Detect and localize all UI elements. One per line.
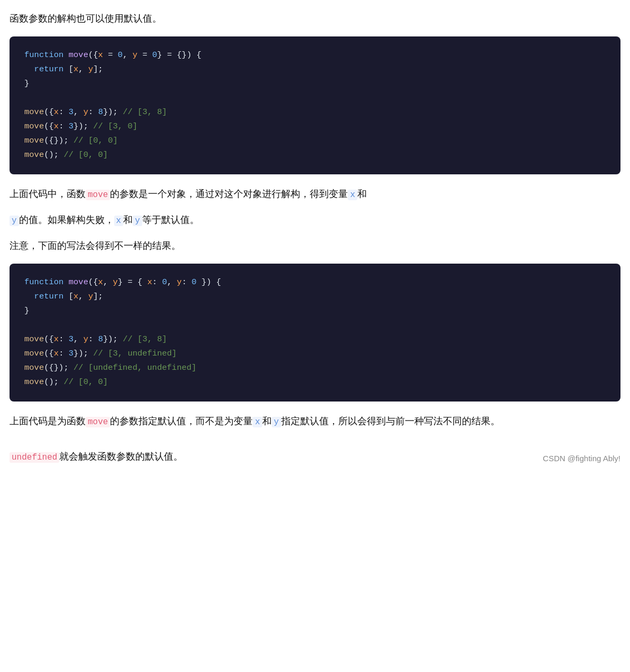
code-block-2: function move({x, y} = { x: 0, y: 0 }) {… [10,264,620,402]
exp1-part3: 和 [357,189,367,199]
exp2-part2: 的参数指定默认值，而不是为变量 [110,416,253,426]
explanation-1: 上面代码中，函数move的参数是一个对象，通过对这个对象进行解构，得到变量x和 [10,186,620,202]
code-block-1-content: function move({x = 0, y = 0} = {}) { ret… [24,48,606,163]
exp1-part1: 上面代码中，函数 [10,189,86,199]
exp1-part4: 的值。如果解构失败， [19,214,114,225]
exp2-y: y [272,417,281,427]
notice-text: 注意，下面的写法会得到不一样的结果。 [10,238,620,254]
explanation-1b: y的值。如果解构失败，x和y等于默认值。 [10,212,620,228]
footer-line: undefined就会触发函数参数的默认值。 CSDN @fighting Ab… [10,439,620,465]
exp1-y: y [10,216,19,226]
exp1-part2: 的参数是一个对象，通过对这个对象进行解构，得到变量 [110,189,348,199]
exp1-part6: 等于默认值。 [142,214,199,225]
exp2-part3: 和 [262,416,272,426]
exp2-part4: 指定默认值，所以会得到与前一种写法不同的结果。 [281,416,500,426]
exp1-y2: y [133,216,142,226]
code-block-1: function move({x = 0, y = 0} = {}) { ret… [10,36,620,174]
exp2-part1: 上面代码是为函数 [10,416,86,426]
exp2-x: x [253,417,262,427]
code-block-2-content: function move({x, y} = { x: 0, y: 0 }) {… [24,275,606,390]
exp1-x: x [348,190,357,200]
footer-credit: CSDN @fighting Ably! [543,452,620,465]
exp1-move: move [86,190,110,200]
footer-undefined: undefined [10,452,59,463]
exp2-move: move [86,417,110,427]
footer-note-text: 就会触发函数参数的默认值。 [59,451,183,462]
exp1-part5: 和 [123,214,133,225]
explanation-2: 上面代码是为函数move的参数指定默认值，而不是为变量x和y指定默认值，所以会得… [10,413,620,430]
exp1-x2: x [114,216,124,226]
intro-text: 函数参数的解构也可以使用默认值。 [10,11,620,27]
